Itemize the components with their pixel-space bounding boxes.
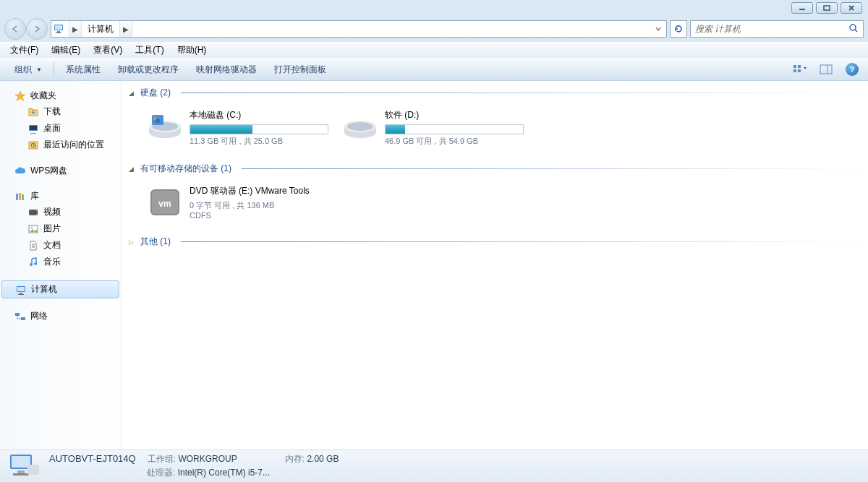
- content-pane: ◢ 硬盘 (2) 本地磁盘 (C:) 11.3 GB 可用 , 共 25.0 G…: [122, 81, 868, 449]
- search-input[interactable]: [695, 24, 848, 34]
- status-memory-label: 内存:: [285, 454, 305, 464]
- svg-rect-24: [30, 214, 30, 215]
- breadcrumb-dropdown[interactable]: [652, 21, 665, 37]
- drive-d-stats: 46.9 GB 可用 , 共 54.9 GB: [385, 136, 524, 147]
- drive-e[interactable]: vm DVD 驱动器 (E:) VMware Tools 0 字节 可用 , 共…: [148, 185, 379, 220]
- menu-file[interactable]: 文件(F): [4, 43, 44, 58]
- documents-icon: [27, 240, 39, 251]
- drive-d-bar: [385, 124, 524, 134]
- sidebar-libraries-label: 库: [30, 190, 39, 202]
- view-icons-icon: [793, 64, 807, 74]
- sidebar-recent[interactable]: 最近访问的位置: [0, 137, 121, 153]
- sidebar-videos[interactable]: 视频: [0, 204, 121, 220]
- maximize-icon: [822, 4, 831, 12]
- section-other: ▷ 其他 (1): [129, 233, 861, 251]
- section-removable: ◢ 有可移动存储的设备 (1) vm DVD 驱动器 (E:) VMware T…: [129, 160, 861, 227]
- maximize-button[interactable]: [816, 2, 838, 14]
- drive-d[interactable]: 软件 (D:) 46.9 GB 可用 , 共 54.9 GB: [343, 109, 524, 147]
- recent-icon: [27, 139, 39, 151]
- drive-c[interactable]: 本地磁盘 (C:) 11.3 GB 可用 , 共 25.0 GB: [148, 109, 328, 147]
- sidebar-wps[interactable]: WPS网盘: [0, 163, 121, 178]
- music-icon: [27, 257, 39, 268]
- title-bar: [0, 0, 868, 16]
- chevron-down-icon: [655, 25, 662, 33]
- sidebar-downloads[interactable]: 下载: [0, 103, 121, 120]
- drive-e-name: DVD 驱动器 (E:) VMware Tools: [190, 185, 379, 197]
- refresh-button[interactable]: [670, 20, 687, 38]
- libraries-icon: [14, 191, 26, 202]
- toolbar-uninstall[interactable]: 卸载或更改程序: [109, 61, 187, 79]
- videos-icon: [27, 207, 39, 218]
- svg-rect-25: [36, 210, 37, 211]
- svg-rect-1: [824, 6, 830, 10]
- toolbar-map-drive[interactable]: 映射网络驱动器: [187, 61, 265, 79]
- menu-help[interactable]: 帮助(H): [171, 43, 213, 58]
- menu-view[interactable]: 查看(V): [88, 43, 128, 58]
- star-icon: [14, 90, 26, 102]
- sidebar-music[interactable]: 音乐: [0, 254, 121, 270]
- toolbar: 组织▼ 系统属性 卸载或更改程序 映射网络驱动器 打开控制面板 ?: [0, 58, 868, 81]
- section-hdd-header[interactable]: ◢ 硬盘 (2): [129, 84, 861, 102]
- menu-tools[interactable]: 工具(T): [129, 43, 169, 58]
- toolbar-organize[interactable]: 组织▼: [6, 61, 51, 79]
- svg-rect-8: [793, 65, 796, 68]
- section-removable-header[interactable]: ◢ 有可移动存储的设备 (1): [129, 160, 861, 178]
- view-mode-button[interactable]: [790, 61, 810, 78]
- computer-icon: [53, 22, 66, 35]
- menu-edit[interactable]: 编辑(E): [46, 43, 86, 58]
- hdd-icon: [343, 109, 378, 144]
- svg-point-28: [31, 226, 33, 228]
- drive-e-fs: CDFS: [190, 211, 379, 220]
- sidebar-network[interactable]: 网络: [0, 309, 121, 324]
- minimize-button[interactable]: [791, 2, 813, 14]
- sidebar-pictures[interactable]: 图片: [0, 220, 121, 237]
- breadcrumb-root-sep[interactable]: ▶: [69, 21, 82, 37]
- sidebar-desktop[interactable]: 桌面: [0, 120, 121, 137]
- downloads-icon: [27, 106, 39, 118]
- breadcrumb-sep[interactable]: ▶: [119, 21, 132, 37]
- section-other-header[interactable]: ▷ 其他 (1): [129, 233, 861, 251]
- cloud-icon: [14, 165, 26, 177]
- svg-rect-57: [27, 465, 39, 475]
- toolbar-properties[interactable]: 系统属性: [57, 61, 109, 79]
- preview-pane-button[interactable]: [816, 61, 836, 78]
- drive-c-bar: [190, 124, 328, 134]
- computer-icon: [15, 284, 27, 296]
- breadcrumb[interactable]: ▶ 计算机 ▶: [51, 20, 667, 38]
- svg-rect-11: [798, 69, 801, 72]
- search-box[interactable]: [690, 20, 864, 38]
- back-button[interactable]: [4, 18, 26, 40]
- hdd-icon: [148, 109, 182, 144]
- svg-rect-20: [19, 193, 21, 200]
- status-workgroup-label: 工作组:: [148, 454, 176, 464]
- collapse-arrow-icon: ◢: [129, 90, 136, 97]
- svg-rect-55: [17, 470, 25, 473]
- status-memory-value: 2.00 GB: [307, 454, 339, 464]
- toolbar-control-panel[interactable]: 打开控制面板: [265, 61, 335, 79]
- svg-rect-16: [30, 133, 36, 134]
- sidebar-computer[interactable]: 计算机: [1, 280, 119, 298]
- help-button[interactable]: ?: [842, 61, 862, 78]
- drive-c-name: 本地磁盘 (C:): [190, 109, 328, 121]
- search-icon[interactable]: [848, 23, 859, 35]
- svg-rect-9: [798, 65, 801, 68]
- network-icon: [14, 311, 26, 322]
- section-hdd-title: 硬盘 (2): [140, 87, 171, 99]
- svg-point-33: [34, 262, 37, 265]
- pictures-icon: [27, 223, 39, 235]
- svg-rect-38: [15, 313, 20, 316]
- svg-rect-3: [55, 25, 62, 30]
- sidebar-libraries[interactable]: 库: [0, 189, 121, 204]
- svg-point-45: [156, 119, 160, 123]
- svg-point-32: [30, 263, 33, 266]
- close-button[interactable]: [841, 2, 862, 14]
- sidebar-favorites[interactable]: 收藏夹: [0, 88, 121, 103]
- breadcrumb-computer[interactable]: 计算机: [82, 21, 119, 37]
- drive-d-name: 软件 (D:): [385, 109, 524, 121]
- status-workgroup-value: WORKGROUP: [178, 454, 237, 464]
- forward-button[interactable]: [26, 18, 48, 40]
- sidebar-downloads-label: 下载: [43, 106, 61, 118]
- sidebar-documents[interactable]: 文档: [0, 237, 121, 254]
- svg-rect-26: [36, 214, 37, 215]
- sidebar-desktop-label: 桌面: [43, 122, 61, 134]
